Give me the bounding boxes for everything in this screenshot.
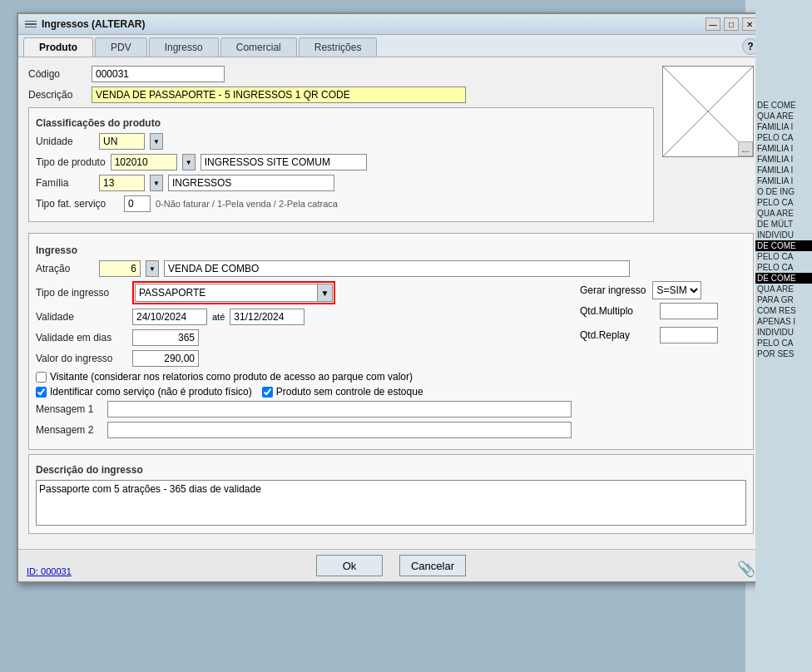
bg-item-4: PELO CA (755, 132, 812, 143)
tipo-produto-input[interactable] (111, 154, 177, 170)
bottom-bar: ID: 000031 Ok Cancelar 📎 (18, 549, 764, 581)
familia-input[interactable] (99, 175, 145, 191)
tipo-fat-input[interactable] (124, 195, 151, 212)
title-bar-controls: — □ ✕ (706, 17, 757, 31)
bg-item-7: FAMILIA I (755, 165, 812, 175)
ingresso-left: Tipo de ingresso PASSAPORTE ▼ Validade a… (36, 281, 572, 442)
tipo-produto-spinner[interactable]: ▼ (182, 154, 196, 170)
atracao-desc-input[interactable] (164, 260, 630, 277)
paperclip-icon[interactable]: 📎 (737, 560, 755, 578)
image-area: ... (662, 66, 754, 229)
descricao-label: Descrição (28, 89, 87, 101)
gerar-ingresso-row: Gerar ingresso S=SIM (580, 281, 746, 299)
bg-item-11: QUA ARE (755, 208, 812, 219)
ingresso-right: Gerar ingresso S=SIM Qtd.Multiplo Qtd.Re… (580, 281, 746, 442)
validade-label: Validade (36, 311, 127, 323)
cb-visitante[interactable] (36, 372, 47, 383)
bg-item-24: POR SES (755, 348, 812, 359)
validade-to-input[interactable] (230, 309, 304, 325)
cb-identificar[interactable] (36, 387, 47, 398)
valor-label: Valor do ingresso (36, 353, 127, 364)
familia-row: Família ▼ (36, 175, 646, 191)
mensagem2-input[interactable] (107, 422, 572, 438)
minimize-button[interactable]: — (706, 17, 720, 31)
bg-item-21: APENAS I (755, 316, 812, 327)
valor-row: Valor do ingresso (36, 350, 572, 367)
product-image: ... (662, 66, 754, 157)
valor-input[interactable] (132, 350, 199, 367)
descricao-ingresso-textarea[interactable] (36, 480, 746, 526)
validade-ate-label: até (212, 312, 225, 322)
maximize-button[interactable]: □ (724, 17, 739, 31)
top-form: Código Descrição Classificações do produ… (28, 66, 654, 229)
cancel-button[interactable]: Cancelar (399, 555, 466, 576)
bg-item-8: FAMILIA I (755, 175, 812, 186)
ok-button[interactable]: Ok (316, 555, 383, 576)
tab-ingresso[interactable]: Ingresso (149, 37, 219, 57)
dialog-title: Ingressos (ALTERAR) (42, 18, 145, 30)
qtd-replay-input[interactable] (660, 327, 718, 343)
unidade-spinner[interactable]: ▼ (150, 133, 163, 150)
bg-item-18: QUA ARE (755, 284, 812, 294)
familia-spinner[interactable]: ▼ (150, 175, 163, 191)
bg-item-3: FAMILIA I (755, 121, 812, 132)
tipo-fat-desc: 0-Não faturar / 1-Pela venda / 2-Pela ca… (156, 199, 338, 209)
tab-restricoes[interactable]: Restrições (299, 37, 378, 57)
classif-label: Classificações do produto (36, 117, 646, 129)
title-bar-left: Ingressos (ALTERAR) (25, 18, 145, 30)
menu-icon[interactable] (25, 21, 37, 28)
cb-produto-sem[interactable] (262, 387, 273, 398)
atracao-row: Atração ▼ (36, 260, 746, 277)
bg-right-list: DE COME QUA ARE FAMILIA I PELO CA FAMILI… (755, 0, 812, 672)
unidade-row: Unidade ▼ (36, 133, 646, 150)
image-button[interactable]: ... (738, 141, 753, 156)
tipo-ingresso-arrow[interactable]: ▼ (318, 284, 333, 302)
codigo-input[interactable] (92, 66, 225, 82)
ingresso-section: Ingresso Atração ▼ Tipo de ingresso PASS… (28, 233, 754, 450)
tab-pdv[interactable]: PDV (95, 37, 147, 57)
mensagem1-label: Mensagem 1 (36, 403, 102, 415)
tipo-fat-row: Tipo fat. serviço 0-Não faturar / 1-Pela… (36, 195, 646, 212)
qtd-multiplo-row: Qtd.Multiplo (580, 303, 746, 319)
classificacoes-box: Classificações do produto Unidade ▼ Tipo… (28, 107, 654, 222)
cb-visitante-label: Visitante (considerar nos relatorios com… (50, 371, 413, 383)
bg-item-5: FAMILIA I (755, 143, 812, 154)
bg-item-1: DE COME (755, 100, 812, 111)
bg-item-22: INDIVIDU (755, 327, 812, 338)
tipo-produto-desc-input[interactable] (201, 154, 367, 170)
atracao-input[interactable] (99, 260, 141, 277)
qtd-replay-label: Qtd.Replay (580, 329, 655, 341)
ingresso-section-label: Ingresso (36, 245, 746, 256)
validade-from-input[interactable] (132, 309, 207, 325)
unidade-label: Unidade (36, 136, 94, 147)
ingresso-main-row: Tipo de ingresso PASSAPORTE ▼ Validade a… (36, 281, 746, 442)
descricao-input[interactable] (92, 86, 466, 103)
bg-item-20: COM RES (755, 305, 812, 316)
top-section: Código Descrição Classificações do produ… (28, 66, 754, 229)
tab-comercial[interactable]: Comercial (220, 37, 297, 57)
qtd-multiplo-input[interactable] (660, 303, 718, 319)
bg-item-9: O DE ING (755, 186, 812, 197)
tab-produto[interactable]: Produto (23, 37, 93, 57)
bg-item-13: INDIVIDU (755, 230, 812, 240)
atracao-spinner[interactable]: ▼ (146, 260, 159, 277)
mensagem2-row: Mensagem 2 (36, 422, 572, 438)
gerar-ingresso-select[interactable]: S=SIM (652, 281, 701, 299)
bg-item-17: DE COME (755, 273, 812, 284)
unidade-input[interactable] (99, 133, 145, 150)
familia-desc-input[interactable] (168, 175, 334, 191)
bg-item-2: QUA ARE (755, 111, 812, 121)
mensagem2-label: Mensagem 2 (36, 424, 102, 436)
title-bar: Ingressos (ALTERAR) — □ ✕ (18, 14, 764, 35)
bg-item-6: FAMILIA I (755, 154, 812, 165)
tipo-ingresso-select[interactable]: PASSAPORTE (135, 284, 318, 302)
familia-label: Família (36, 177, 94, 189)
bg-item-19: PARA GR (755, 294, 812, 305)
cb-produto-sem-label: Produto sem controle de estoque (276, 386, 423, 398)
id-label[interactable]: ID: 000031 (27, 566, 72, 576)
mensagem1-input[interactable] (107, 401, 572, 418)
validade-dias-input[interactable] (132, 329, 199, 346)
codigo-label: Código (28, 68, 87, 80)
validade-dias-row: Validade em dias (36, 329, 572, 346)
qtd-multiplo-label: Qtd.Multiplo (580, 305, 655, 317)
